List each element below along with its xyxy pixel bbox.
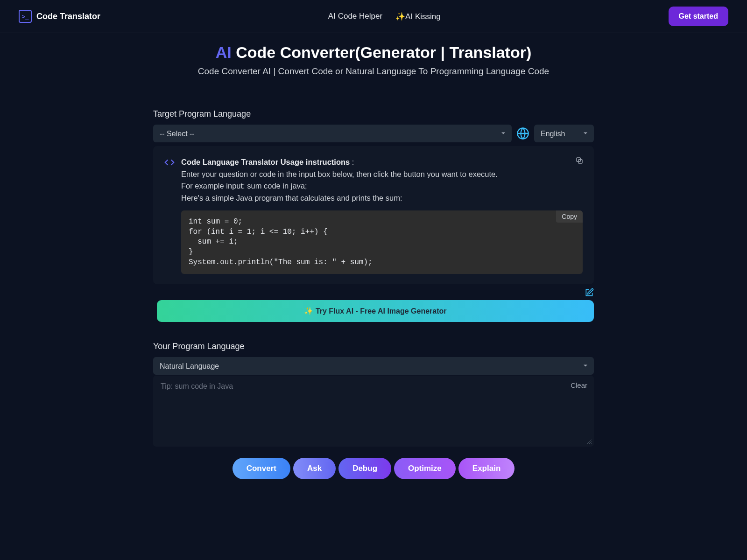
target-language-label: Target Program Language [153, 109, 594, 119]
instructions-box: Code Language Translator Usage instructi… [153, 146, 594, 284]
instructions-line3: Here's a simple Java program that calcul… [181, 194, 402, 202]
explain-button[interactable]: Explain [458, 458, 514, 479]
debug-button[interactable]: Debug [338, 458, 391, 479]
main-container: Target Program Language -- Select -- Eng… [153, 109, 594, 479]
logo-icon: >_ [19, 10, 32, 23]
header-nav: AI Code Helper ✨AI Kissing [328, 12, 441, 21]
edit-icon[interactable] [585, 288, 594, 297]
code-input[interactable] [161, 382, 586, 438]
hero: AI Code Converter(Generator | Translator… [0, 43, 747, 77]
clear-button[interactable]: Clear [571, 381, 587, 389]
logo-text: Code Translator [36, 12, 100, 21]
your-language-select[interactable]: Natural Language [153, 357, 594, 375]
optimize-button[interactable]: Optimize [394, 458, 456, 479]
instructions-text: Code Language Translator Usage instructi… [181, 156, 583, 274]
globe-icon [516, 127, 529, 140]
nav-ai-kissing[interactable]: ✨AI Kissing [395, 12, 441, 21]
example-code-block: Copy int sum = 0; for (int i = 1; i <= 1… [181, 210, 583, 274]
title-ai: AI [216, 43, 232, 61]
ui-language-select[interactable]: English [534, 125, 594, 142]
instructions-line2: For example input: sum code in java; [181, 182, 307, 190]
resize-handle-icon[interactable] [586, 439, 592, 445]
app-header: >_ Code Translator AI Code Helper ✨AI Ki… [0, 0, 747, 33]
code-input-box: Clear [153, 376, 594, 447]
instructions-title: Code Language Translator Usage instructi… [181, 158, 350, 166]
convert-button[interactable]: Convert [233, 458, 290, 479]
your-section: Your Program Language Natural Language C… [153, 342, 594, 447]
page-subtitle: Code Converter AI | Convert Code or Natu… [0, 66, 747, 77]
code-icon [164, 157, 175, 168]
nav-code-helper[interactable]: AI Code Helper [328, 12, 382, 21]
copy-icon[interactable] [575, 156, 584, 165]
instructions-line1: Enter your question or code in the input… [181, 170, 498, 178]
get-started-button[interactable]: Get started [669, 7, 728, 26]
title-rest: Code Converter(Generator | Translator) [232, 43, 531, 61]
promo-banner[interactable]: ✨ Try Flux AI - Free AI Image Generator [157, 300, 594, 322]
edit-row [153, 288, 594, 297]
logo-group[interactable]: >_ Code Translator [19, 10, 100, 23]
target-row: -- Select -- English [153, 125, 594, 142]
example-code: int sum = 0; for (int i = 1; i <= 10; i+… [181, 210, 583, 274]
action-buttons: Convert Ask Debug Optimize Explain [153, 458, 594, 479]
page-title: AI Code Converter(Generator | Translator… [0, 43, 747, 62]
target-language-select[interactable]: -- Select -- [153, 125, 512, 142]
copy-code-button[interactable]: Copy [556, 210, 583, 223]
your-language-label: Your Program Language [153, 342, 594, 351]
ask-button[interactable]: Ask [293, 458, 336, 479]
